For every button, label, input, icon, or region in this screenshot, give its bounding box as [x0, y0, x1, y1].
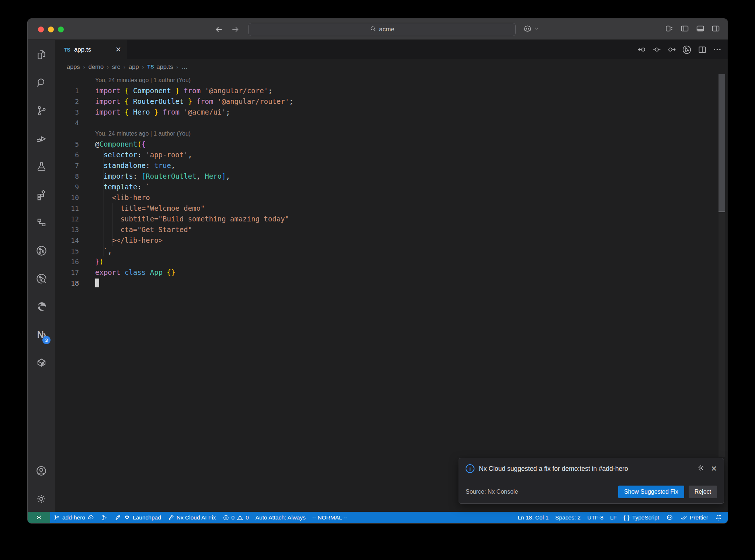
toggle-primary-sidebar-icon[interactable]	[680, 24, 689, 35]
navigate-forward-icon[interactable]	[231, 25, 240, 34]
code-line[interactable]: 7 standalone: true,	[55, 160, 728, 171]
account-icon[interactable]	[28, 458, 55, 486]
customize-layout-icon[interactable]	[665, 24, 674, 35]
container-icon[interactable]	[28, 349, 55, 377]
code-line[interactable]: 13 cta="Get Started"	[55, 224, 728, 235]
show-suggested-fix-button[interactable]: Show Suggested Fix	[618, 486, 684, 498]
formatter-item[interactable]: Prettier	[677, 512, 711, 523]
copilot-titlebar-menu[interactable]	[523, 19, 539, 40]
breadcrumb-more[interactable]: …	[181, 63, 188, 70]
tab-label: app.ts	[74, 46, 91, 53]
code-line[interactable]: 15 `,	[55, 246, 728, 256]
code-lines[interactable]: You, 24 minutes ago | 1 author (You)1imp…	[55, 75, 728, 288]
code-line[interactable]: 11 title="Welcmoe demo"	[55, 203, 728, 214]
problems-item[interactable]: 0 0	[219, 512, 252, 523]
language-mode-item[interactable]: { } TypeScript	[620, 512, 662, 523]
copilot-status-item[interactable]	[662, 512, 677, 523]
code-line[interactable]: 5@Component({	[55, 139, 728, 150]
launchpad-item[interactable]: Launchpad	[111, 512, 164, 523]
command-center-search[interactable]: acme	[248, 23, 516, 36]
line-number: 9	[55, 182, 79, 192]
gitlens-inspect-icon[interactable]	[28, 265, 55, 293]
line-number: 18	[55, 278, 79, 288]
indentation-item[interactable]: Spaces: 2	[552, 512, 584, 523]
reject-button[interactable]: Reject	[689, 486, 717, 498]
tab-bar: TS app.ts ✕	[55, 40, 728, 59]
text-cursor	[95, 279, 99, 287]
cursor-position-item[interactable]: Ln 18, Col 1	[514, 512, 552, 523]
changes-icon[interactable]	[652, 45, 661, 54]
breadcrumb-file[interactable]: TS app.ts	[147, 63, 173, 70]
git-branch-item[interactable]: add-hero	[50, 512, 98, 523]
indent-guide	[112, 203, 112, 246]
code-line[interactable]: 2import { RouterOutlet } from '@angular/…	[55, 96, 728, 107]
nx-console-icon[interactable]: N› 3	[28, 321, 55, 349]
breadcrumb-item[interactable]: app	[129, 63, 139, 70]
extensions-icon[interactable]	[28, 181, 55, 209]
double-check-icon	[680, 514, 688, 521]
nx-cloud-fix-item[interactable]: Nx Cloud AI Fix	[164, 512, 219, 523]
code-line[interactable]: 9 template: `	[55, 182, 728, 192]
line-number: 8	[55, 171, 79, 182]
notification-toast: i Nx Cloud suggested a fix for demo:test…	[459, 458, 724, 504]
explorer-icon[interactable]	[28, 41, 55, 69]
navigate-back-icon[interactable]	[214, 25, 223, 34]
breadcrumb-item[interactable]: src	[112, 63, 120, 70]
search-view-icon[interactable]	[28, 69, 55, 97]
chevron-down-icon	[534, 26, 539, 33]
zoom-window-button[interactable]	[58, 27, 64, 32]
gitlens-graph-icon[interactable]	[682, 45, 692, 55]
settings-gear-icon[interactable]	[28, 486, 55, 512]
code-line[interactable]: 10 <lib-hero	[55, 192, 728, 203]
eol-item[interactable]: LF	[607, 512, 620, 523]
testing-icon[interactable]	[28, 153, 55, 181]
code-line[interactable]: 17export class App {}	[55, 267, 728, 278]
more-actions-icon[interactable]	[713, 45, 722, 54]
tab-close-icon[interactable]: ✕	[115, 46, 121, 53]
close-window-button[interactable]	[38, 27, 44, 32]
remote-indicator[interactable]	[28, 512, 50, 523]
encoding-item[interactable]: UTF-8	[584, 512, 607, 523]
notification-settings-gear-icon[interactable]	[697, 464, 705, 473]
source-control-graph-item[interactable]	[98, 512, 111, 523]
toggle-secondary-sidebar-icon[interactable]	[711, 24, 720, 35]
activity-bar: N› 3	[28, 40, 55, 512]
breadcrumb-item[interactable]: demo	[88, 63, 104, 70]
notifications-bell-icon[interactable]	[711, 512, 726, 523]
notification-source: Source: Nx Console	[466, 489, 618, 495]
code-line[interactable]: 3import { Hero } from '@acme/ui';	[55, 107, 728, 118]
code-line[interactable]: 12 subtitle="Build something amazing tod…	[55, 214, 728, 224]
breadcrumb-item[interactable]: apps	[67, 63, 80, 70]
indent-guide	[104, 150, 104, 256]
code-editor[interactable]: You, 24 minutes ago | 1 author (You)1imp…	[55, 74, 728, 512]
minimize-window-button[interactable]	[48, 27, 54, 32]
code-line[interactable]: 6 selector: 'app-root',	[55, 150, 728, 160]
previous-change-icon[interactable]	[637, 45, 647, 54]
next-change-icon[interactable]	[667, 45, 676, 54]
scrollbar-thumb[interactable]	[719, 74, 725, 212]
vim-mode-item[interactable]: -- NORMAL --	[309, 512, 351, 523]
nx-badge: 3	[42, 336, 51, 344]
line-number: 3	[55, 107, 79, 118]
code-line[interactable]: 1import { Component } from '@angular/cor…	[55, 85, 728, 96]
tab-app-ts[interactable]: TS app.ts ✕	[55, 40, 127, 59]
edge-browser-icon[interactable]	[28, 293, 55, 321]
copilot-icon	[523, 24, 532, 35]
notification-close-icon[interactable]: ✕	[711, 465, 717, 472]
auto-attach-item[interactable]: Auto Attach: Always	[252, 512, 309, 523]
run-debug-icon[interactable]	[28, 125, 55, 153]
split-editor-icon[interactable]	[697, 45, 707, 55]
vscode-window: acme	[27, 18, 728, 524]
breadcrumb: apps› demo› src› app› TS app.ts › …	[55, 59, 728, 74]
source-control-icon[interactable]	[28, 97, 55, 125]
gitlens-icon[interactable]	[28, 237, 55, 265]
code-line[interactable]: 14 ></lib-hero>	[55, 235, 728, 246]
code-line[interactable]: 16})	[55, 256, 728, 267]
code-line[interactable]: 8 imports: [RouterOutlet, Hero],	[55, 171, 728, 182]
line-number: 11	[55, 203, 79, 214]
project-structure-icon[interactable]	[28, 209, 55, 237]
toggle-panel-icon[interactable]	[696, 24, 705, 35]
line-number: 17	[55, 267, 79, 278]
code-line[interactable]: 18	[55, 278, 728, 288]
code-line[interactable]: 4	[55, 118, 728, 128]
